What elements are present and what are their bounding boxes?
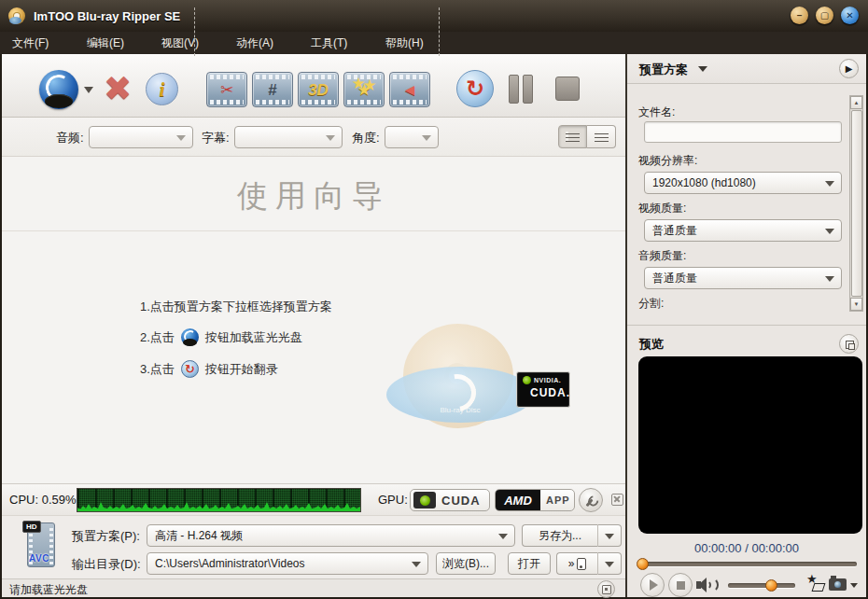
detach-preview-button[interactable] xyxy=(839,334,859,354)
scrollbar-thumb[interactable] xyxy=(851,110,862,297)
scroll-down-icon[interactable]: ▼ xyxy=(850,298,862,311)
wizard-step-3: 3.点击 ↻ 按钮开始翻录 xyxy=(140,360,278,378)
menu-view[interactable]: 视图(V) xyxy=(161,35,236,51)
filename-input[interactable] xyxy=(644,121,842,143)
chevron-down-icon xyxy=(422,135,431,146)
pause-button-bar2[interactable] xyxy=(523,75,533,104)
load-bluray-disc-button[interactable] xyxy=(39,70,78,109)
title-bar: ImTOO Blu-ray Ripper SE – ▢ ✕ xyxy=(0,0,868,32)
media-selector-bar: 音频: 字幕: 角度: xyxy=(2,118,625,157)
window-title: ImTOO Blu-ray Ripper SE xyxy=(34,9,180,23)
minimize-button[interactable]: – xyxy=(791,7,808,24)
stop-preview-button[interactable] xyxy=(668,573,693,597)
video-quality-label: 视频质量: xyxy=(638,201,686,216)
menu-action[interactable]: 动作(A) xyxy=(236,35,311,51)
preset-label: 预置方案(P): xyxy=(72,528,140,545)
angle-select[interactable] xyxy=(385,126,439,148)
menu-edit[interactable]: 编辑(E) xyxy=(87,35,161,51)
crop-button[interactable]: ◄ xyxy=(389,72,430,107)
browse-button[interactable]: 浏览(B)... xyxy=(436,552,496,575)
close-button[interactable]: ✕ xyxy=(841,7,859,24)
info-button[interactable]: i xyxy=(146,73,178,105)
playback-time: 00:00:00 / 00:00:00 xyxy=(627,541,866,555)
cpu-activity-meter xyxy=(77,488,361,512)
close-performance-bar-icon[interactable] xyxy=(611,494,623,506)
seek-slider[interactable] xyxy=(640,562,857,566)
volume-knob[interactable] xyxy=(765,579,777,592)
audio-quality-select[interactable]: 普通质量 xyxy=(644,267,842,289)
load-bluray-dropdown-icon[interactable] xyxy=(84,87,93,98)
open-button[interactable]: 打开 xyxy=(508,552,551,575)
caret-down-icon[interactable] xyxy=(698,66,707,77)
resolution-label: 视频分辨率: xyxy=(638,153,697,169)
volume-slider[interactable] xyxy=(728,583,795,588)
chevron-down-icon xyxy=(825,229,834,239)
rip-icon: ↻ xyxy=(181,360,199,378)
chapter-split-button[interactable]: # xyxy=(252,72,293,107)
hd-avc-format-icon: HD AVC xyxy=(22,521,60,569)
amd-app-toggle-badge[interactable]: AMD APP xyxy=(495,489,575,511)
preset-select[interactable]: 高清 - H.264 视频 xyxy=(147,524,515,547)
menu-help[interactable]: 帮助(H) xyxy=(385,35,460,51)
output-dir-label: 输出目录(D): xyxy=(72,556,141,573)
settings-scrollbar[interactable]: ▲ ▼ xyxy=(849,95,863,312)
3d-icon: 3D xyxy=(308,82,329,98)
nvidia-eye-icon xyxy=(420,495,430,506)
pause-button[interactable] xyxy=(509,75,519,104)
collapse-panel-button[interactable]: ▶ xyxy=(839,59,859,78)
stop-button[interactable] xyxy=(555,77,580,101)
cuda-toggle-badge[interactable]: CUDA xyxy=(410,489,490,511)
split-label: 分割: xyxy=(638,296,664,312)
simple-list-icon xyxy=(595,132,609,142)
wrench-icon xyxy=(583,493,599,508)
volume-icon[interactable] xyxy=(696,578,717,592)
menu-tools[interactable]: 工具(T) xyxy=(311,35,385,51)
menu-bar: 文件(F) 编辑(E) 视图(V) 动作(A) 工具(T) 帮助(H) xyxy=(0,32,868,54)
chevron-down-icon xyxy=(605,562,614,572)
chevron-down-icon xyxy=(326,135,335,146)
device-icon xyxy=(577,558,586,570)
subtitle-select[interactable] xyxy=(234,126,343,148)
scroll-up-icon[interactable]: ▲ xyxy=(850,96,862,109)
clip-button[interactable]: ✂ xyxy=(206,72,247,107)
transfer-to-device-button[interactable]: » xyxy=(556,552,597,575)
detail-view-toggle[interactable] xyxy=(558,125,587,148)
seek-knob[interactable] xyxy=(637,558,649,570)
chevron-down-icon xyxy=(412,562,421,572)
start-rip-button[interactable]: ↻ xyxy=(456,70,494,107)
status-message: 请加载蓝光光盘 xyxy=(9,582,88,598)
gpu-settings-button[interactable] xyxy=(579,488,603,512)
status-panel-toggle-icon[interactable] xyxy=(597,580,615,598)
crop-arrow-icon: ◄ xyxy=(402,82,418,98)
performance-bar: CPU: 0.59% GPU: CUDA AMD APP xyxy=(2,483,625,515)
camera-snapshot-icon[interactable] xyxy=(829,578,847,591)
scissors-icon: ✂ xyxy=(220,82,233,98)
play-icon xyxy=(650,579,658,591)
effects-button[interactable]: ★ xyxy=(343,72,385,107)
menu-file[interactable]: 文件(F) xyxy=(12,35,87,51)
transfer-dropdown-button[interactable] xyxy=(597,552,622,575)
remove-button[interactable]: ✖ xyxy=(97,67,138,110)
audio-select[interactable] xyxy=(89,126,193,148)
save-as-button[interactable]: 另存为... xyxy=(522,524,597,547)
angle-label: 角度: xyxy=(352,130,380,146)
snapshot-dropdown-icon[interactable] xyxy=(850,583,858,592)
stop-icon xyxy=(677,581,685,590)
snapshot-manage-icon[interactable]: ★ xyxy=(806,575,825,593)
maximize-button[interactable]: ▢ xyxy=(816,7,833,24)
simple-view-toggle[interactable] xyxy=(587,125,616,148)
resolution-select[interactable]: 1920x1080 (hd1080) xyxy=(644,172,842,194)
3d-convert-button[interactable]: 3D xyxy=(298,72,339,107)
gpu-label: GPU: xyxy=(378,493,408,507)
wizard-step-1: 1.点击预置方案下拉框选择预置方案 xyxy=(140,299,332,315)
preset-panel-header: 预置方案 ▶ xyxy=(627,54,866,84)
save-as-dropdown-button[interactable] xyxy=(597,524,622,547)
preview-video-area xyxy=(638,356,862,534)
play-button[interactable] xyxy=(640,573,665,597)
amd-logo: AMD xyxy=(496,489,540,511)
chevron-down-icon xyxy=(176,135,186,146)
chevron-down-icon xyxy=(825,276,834,286)
video-quality-select[interactable]: 普通质量 xyxy=(644,219,842,242)
audio-quality-label: 音频质量: xyxy=(638,248,686,264)
output-dir-select[interactable]: C:\Users\Administrator\Videos xyxy=(147,552,428,575)
